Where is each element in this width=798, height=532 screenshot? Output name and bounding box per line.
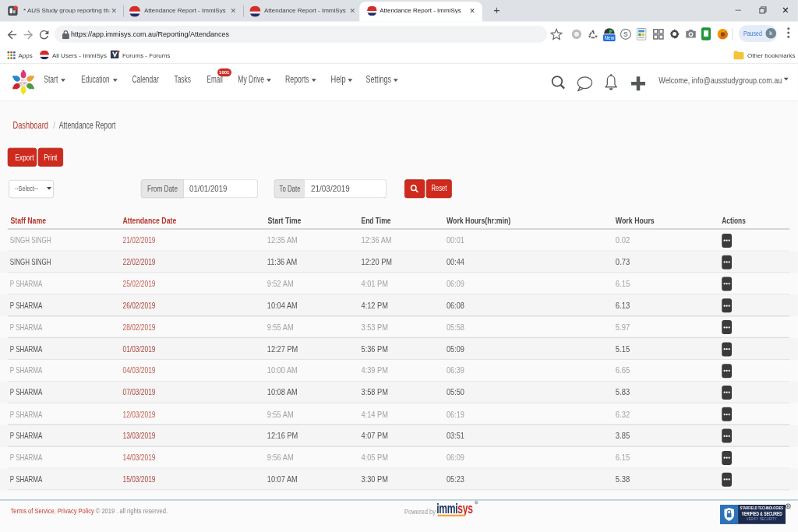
svg-text:S: S [623,30,628,38]
svg-text:New: New [604,35,614,41]
svg-text:GROUP: GROUP [19,84,27,87]
